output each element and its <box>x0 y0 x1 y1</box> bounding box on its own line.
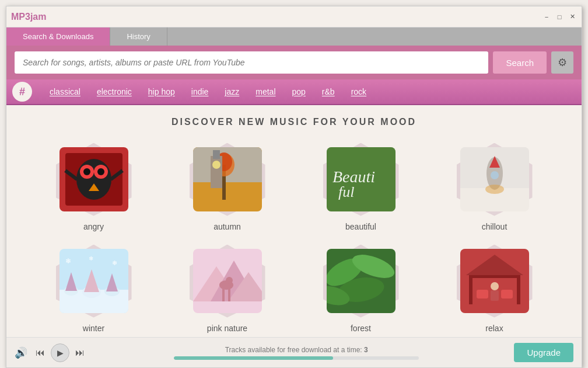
mood-item-winter[interactable]: ❄ ❄ ❄ winter <box>36 243 152 333</box>
svg-point-17 <box>212 161 220 169</box>
svg-text:❄: ❄ <box>112 259 117 266</box>
mood-label-relax: relax <box>485 324 503 333</box>
bottom-right-area: Upgrade <box>508 343 573 362</box>
search-input[interactable] <box>15 51 488 74</box>
upgrade-button[interactable]: Upgrade <box>514 343 573 362</box>
mood-image-wrapper-autumn <box>187 141 268 217</box>
mood-image-wrapper-forest <box>320 243 402 319</box>
next-button[interactable]: ⏭ <box>75 348 85 358</box>
mood-image-angry <box>60 147 128 211</box>
mood-image-beautiful: Beauti ful <box>327 147 396 211</box>
app-window: MP3jam − □ ✕ Search & Downloads History … <box>6 6 582 368</box>
svg-rect-43 <box>222 289 225 301</box>
mood-image-relax <box>460 249 529 313</box>
mood-label-beautiful: beautiful <box>345 222 376 231</box>
mood-label-angry: angry <box>83 222 104 231</box>
svg-rect-56 <box>517 278 520 304</box>
svg-rect-58 <box>501 290 513 298</box>
svg-rect-57 <box>477 290 488 298</box>
genre-rock[interactable]: rock <box>343 79 374 105</box>
minimize-button[interactable]: − <box>542 13 551 21</box>
search-button[interactable]: Search <box>493 51 547 74</box>
mood-image-wrapper-pink-nature <box>187 243 268 319</box>
prev-button[interactable]: ⏮ <box>36 348 45 358</box>
mood-image-wrapper-chillout <box>454 141 536 217</box>
tab-search-downloads[interactable]: Search & Downloads <box>6 27 110 46</box>
svg-point-5 <box>83 168 90 175</box>
play-icon: ▶ <box>57 348 64 357</box>
mood-grid: angry autumn Beauti ful beautiful <box>24 141 564 333</box>
genre-bar: # classical electronic hip hop indie jaz… <box>6 79 582 105</box>
play-button[interactable]: ▶ <box>51 343 69 362</box>
mood-image-wrapper-relax <box>454 243 536 319</box>
svg-point-2 <box>76 159 111 200</box>
svg-point-6 <box>97 168 104 175</box>
mood-image-wrapper-winter: ❄ ❄ ❄ <box>53 243 135 319</box>
svg-rect-16 <box>213 150 220 159</box>
close-button[interactable]: ✕ <box>568 13 577 21</box>
svg-text:❄: ❄ <box>65 257 71 265</box>
svg-rect-60 <box>491 290 499 301</box>
genre-hiphop[interactable]: hip hop <box>140 79 183 105</box>
mood-image-wrapper-angry <box>53 141 135 217</box>
mood-image-winter: ❄ ❄ ❄ <box>60 249 128 313</box>
volume-icon[interactable]: 🔊 <box>15 346 27 359</box>
player-controls: ⏮ ▶ ⏭ <box>36 343 85 362</box>
mood-label-forest: forest <box>351 324 371 333</box>
mood-image-wrapper-beautiful: Beauti ful <box>320 141 402 217</box>
mood-item-chillout[interactable]: chillout <box>436 141 552 231</box>
svg-text:❄: ❄ <box>89 255 93 262</box>
maximize-button[interactable]: □ <box>555 13 564 21</box>
download-progress-fill <box>174 356 333 360</box>
mood-label-winter: winter <box>83 324 104 333</box>
app-logo: MP3jam <box>11 12 46 22</box>
tab-history[interactable]: History <box>110 27 167 46</box>
mood-item-relax[interactable]: relax <box>436 243 552 333</box>
mood-label-chillout: chillout <box>482 222 508 231</box>
mood-image-pink-nature <box>193 249 262 313</box>
svg-rect-55 <box>469 278 473 304</box>
settings-button[interactable]: ⚙ <box>551 51 573 74</box>
window-controls: − □ ✕ <box>542 13 577 21</box>
mood-image-autumn <box>193 147 262 211</box>
mood-label-pink-nature: pink nature <box>207 324 247 333</box>
svg-rect-54 <box>469 275 520 278</box>
title-bar: MP3jam − □ ✕ <box>6 6 582 27</box>
mood-image-chillout <box>460 147 529 211</box>
download-progress-bar <box>174 356 419 360</box>
tab-bar: Search & Downloads History <box>6 27 582 46</box>
mood-item-pink-nature[interactable]: pink nature <box>169 243 285 333</box>
svg-point-26 <box>485 185 504 194</box>
discover-title: DISCOVER NEW MUSIC FOR YOUR MOOD <box>24 117 564 127</box>
genre-electronic[interactable]: electronic <box>89 79 140 105</box>
svg-rect-44 <box>228 289 230 301</box>
mood-item-beautiful[interactable]: Beauti ful beautiful <box>303 141 419 231</box>
search-area: Search ⚙ <box>6 46 582 79</box>
gear-icon: ⚙ <box>558 56 567 69</box>
mood-item-autumn[interactable]: autumn <box>169 141 285 231</box>
svg-text:ful: ful <box>338 183 354 200</box>
genre-jazz[interactable]: jazz <box>216 79 247 105</box>
svg-point-27 <box>491 171 499 179</box>
svg-point-59 <box>491 282 499 290</box>
mood-item-forest[interactable]: forest <box>303 243 419 333</box>
genre-indie[interactable]: indie <box>183 79 217 105</box>
genre-classical[interactable]: classical <box>41 79 89 105</box>
upgrade-area: Tracks available for free download at a … <box>93 346 500 360</box>
main-content: DISCOVER NEW MUSIC FOR YOUR MOOD angry <box>6 105 582 337</box>
mood-image-forest <box>327 249 396 313</box>
tracks-label: Tracks available for free download at a … <box>225 346 368 354</box>
genre-rnb[interactable]: r&b <box>314 79 343 105</box>
genre-metal[interactable]: metal <box>247 79 284 105</box>
mood-item-angry[interactable]: angry <box>36 141 152 231</box>
bottom-bar: 🔊 ⏮ ▶ ⏭ Tracks available for free downlo… <box>6 337 582 367</box>
genre-hash[interactable]: # <box>12 82 32 102</box>
genre-pop[interactable]: pop <box>284 79 314 105</box>
mood-label-autumn: autumn <box>214 222 241 231</box>
svg-point-46 <box>226 277 233 284</box>
